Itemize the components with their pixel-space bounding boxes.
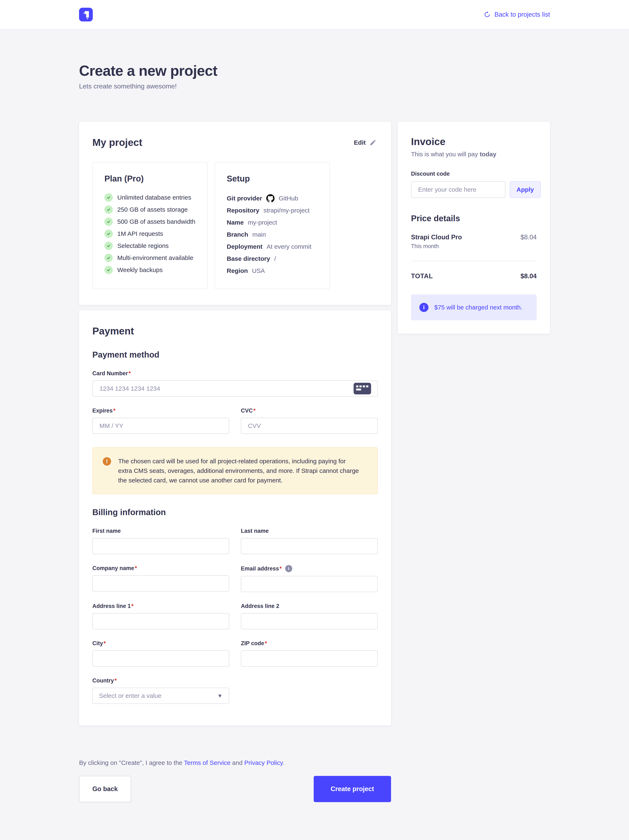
country-select[interactable]: Select or enter a value ▼ [92, 688, 229, 704]
invoice-title: Invoice [411, 136, 537, 147]
required-asterisk: * [135, 565, 137, 572]
back-to-projects-label: Back to projects list [494, 11, 550, 18]
address-line-2-field-wrapper [241, 613, 378, 629]
company-name-label: Company name* [92, 565, 229, 572]
check-icon [104, 254, 113, 262]
terms-of-service-link[interactable]: Terms of Service [184, 759, 230, 766]
required-asterisk: * [115, 677, 117, 684]
edit-project-button[interactable]: Edit [353, 139, 378, 146]
plan-feature: Multi-environment available [104, 254, 195, 262]
setup-value: At every commit [266, 243, 311, 250]
discount-code-field-wrapper [411, 181, 506, 198]
last-name-label: Last name [241, 528, 378, 534]
country-select-placeholder: Select or enter a value [99, 692, 161, 699]
total-amount: $8.04 [520, 272, 537, 280]
email-address-label: Email address* i [241, 565, 378, 572]
plan-feature-list: Unlimited database entries 250 GB of ass… [104, 193, 195, 274]
company-name-input[interactable] [99, 579, 222, 587]
next-month-charge-text: $75 will be charged next month. [434, 304, 522, 311]
email-address-input[interactable] [248, 580, 371, 588]
plan-feature-label: Multi-environment available [117, 254, 193, 261]
city-field-wrapper [92, 651, 229, 666]
line-item-period: This month [411, 243, 537, 249]
required-asterisk: * [279, 565, 282, 572]
cvc-input[interactable] [248, 422, 371, 429]
plan-subcard: Plan (Pro) Unlimited database entries 25… [92, 162, 208, 289]
setup-subcard: Setup Git provider GitHub Repository [214, 162, 330, 289]
plan-feature: Selectable regions [104, 242, 195, 250]
card-number-label: Card Number* [92, 370, 378, 377]
line-item-name: Strapi Cloud Pro [411, 234, 462, 241]
city-label: City* [92, 640, 229, 647]
plan-feature: 500 GB of assets bandwidth [104, 218, 195, 226]
privacy-policy-link[interactable]: Privacy Policy [244, 759, 282, 766]
price-details-title: Price details [411, 214, 537, 223]
setup-label: Name [227, 219, 244, 226]
setup-title: Setup [227, 174, 318, 183]
strapi-logo-glyph [79, 8, 93, 21]
zip-code-label: ZIP code* [241, 640, 378, 647]
card-usage-warning: ! The chosen card will be used for all p… [92, 447, 378, 494]
create-project-button[interactable]: Create project [314, 776, 391, 802]
first-name-field-wrapper [92, 538, 229, 554]
pencil-icon [369, 139, 377, 146]
check-icon [104, 230, 113, 238]
setup-row-branch: Branch main [227, 231, 318, 239]
billing-information-title: Billing information [92, 508, 378, 517]
payment-method-title: Payment method [92, 350, 378, 360]
check-icon [104, 242, 113, 250]
discount-code-input[interactable] [418, 186, 499, 193]
cvc-label: CVC* [241, 407, 378, 414]
setup-value: my-project [248, 219, 277, 226]
plan-feature-label: 500 GB of assets bandwidth [117, 218, 195, 225]
first-name-label: First name [92, 528, 229, 534]
required-asterisk: * [131, 603, 134, 609]
my-project-card: My project Edit Plan (Pro) [79, 122, 391, 305]
required-asterisk: * [265, 640, 267, 647]
plan-feature-label: Weekly backups [117, 267, 162, 273]
plan-feature: Weekly backups [104, 266, 195, 274]
plan-feature: Unlimited database entries [104, 193, 195, 202]
card-number-input[interactable] [99, 385, 354, 392]
required-asterisk: * [114, 407, 116, 414]
page-subtitle: Lets create something awesome! [79, 82, 550, 90]
setup-row-name: Name my-project [227, 218, 318, 227]
top-navigation-bar: Back to projects list [0, 0, 629, 30]
exclamation-icon: ! [103, 457, 111, 466]
plan-feature-label: 1M API requests [117, 230, 163, 237]
city-input[interactable] [99, 655, 222, 662]
card-usage-warning-text: The chosen card will be used for all pro… [118, 456, 359, 485]
info-icon: i [285, 565, 292, 572]
go-back-button[interactable]: Go back [79, 776, 131, 802]
zip-code-input[interactable] [248, 655, 371, 662]
plan-feature: 250 GB of assets storage [104, 205, 195, 214]
expires-input[interactable] [99, 422, 222, 429]
my-project-title: My project [92, 137, 142, 148]
plan-feature: 1M API requests [104, 230, 195, 238]
setup-value: GitHub [279, 195, 298, 202]
check-icon [104, 193, 113, 202]
first-name-input[interactable] [99, 542, 222, 550]
setup-row-region: Region USA [227, 267, 318, 275]
card-number-field-wrapper [92, 381, 378, 397]
back-to-projects-link[interactable]: Back to projects list [484, 11, 550, 18]
apply-discount-button[interactable]: Apply [509, 181, 541, 198]
plan-feature-label: 250 GB of assets storage [117, 206, 188, 213]
credit-card-icon [354, 383, 371, 395]
plan-feature-label: Unlimited database entries [117, 194, 191, 201]
plan-feature-label: Selectable regions [117, 242, 169, 249]
setup-value: / [274, 255, 276, 262]
address-line-1-input[interactable] [99, 617, 222, 625]
terms-agreement-text: By clicking on "Create", I agree to the … [79, 759, 391, 766]
payment-title: Payment [92, 325, 378, 337]
setup-label: Git provider [227, 195, 262, 202]
plan-title: Plan (Pro) [104, 174, 195, 183]
company-name-field-wrapper [92, 575, 229, 592]
discount-code-label: Discount code [411, 171, 537, 177]
strapi-logo[interactable] [79, 8, 93, 21]
setup-row-repository: Repository strapi/my-project [227, 206, 318, 215]
line-item-amount: $8.04 [520, 234, 537, 241]
page-title: Create a new project [79, 62, 550, 79]
last-name-input[interactable] [248, 542, 371, 550]
address-line-2-input[interactable] [248, 617, 371, 625]
